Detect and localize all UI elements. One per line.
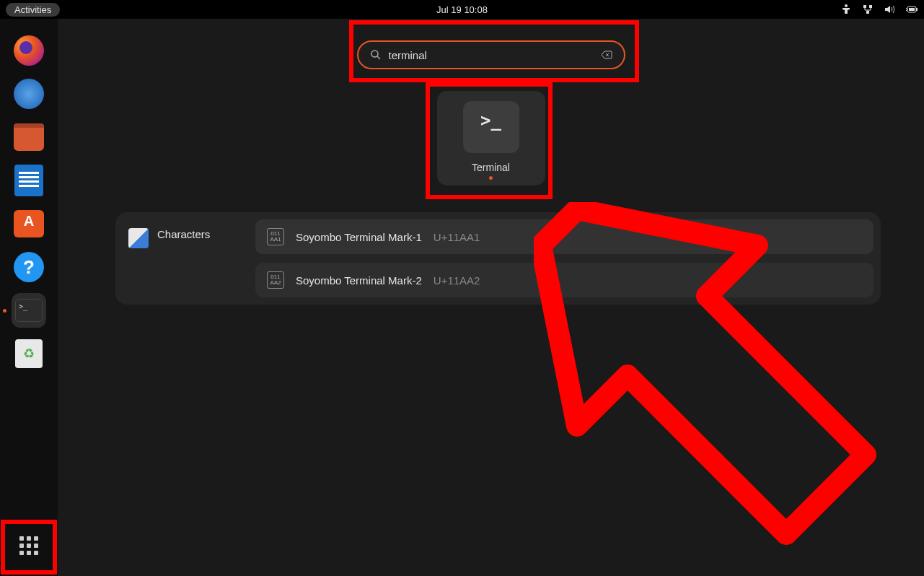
dock-item-software[interactable] (12, 206, 46, 241)
app-result-label: Terminal (472, 162, 510, 173)
firefox-icon (14, 35, 44, 66)
show-applications-button[interactable] (12, 528, 46, 563)
character-glyph-icon: 011AA1 (267, 228, 284, 245)
dock-item-thunderbird[interactable] (12, 77, 46, 111)
characters-icon (128, 228, 149, 248)
svg-point-0 (845, 4, 848, 7)
search-bar[interactable] (357, 40, 625, 69)
character-name: Soyombo Terminal Mark-1 (296, 231, 422, 243)
running-indicator (489, 176, 493, 180)
terminal-app-icon: >_ (463, 101, 519, 153)
trash-icon (15, 339, 43, 368)
svg-rect-6 (916, 8, 918, 11)
activities-overview: >_ Terminal Characters 011AA1 Soyombo Te… (58, 19, 924, 576)
clock[interactable]: Jul 19 10:08 (436, 4, 488, 15)
dock-item-files[interactable] (12, 120, 46, 154)
ubuntu-software-icon (14, 210, 44, 237)
svg-rect-2 (869, 5, 872, 8)
character-result-row[interactable]: 011AA2 Soyombo Terminal Mark-2 U+11AA2 (255, 263, 874, 297)
help-icon: ? (14, 252, 44, 282)
volume-icon (884, 4, 895, 15)
characters-provider-label: Characters (157, 228, 210, 240)
svg-point-7 (371, 51, 378, 57)
libreoffice-writer-icon (14, 165, 43, 196)
dock-item-trash[interactable] (12, 336, 46, 371)
search-input[interactable] (389, 49, 594, 61)
svg-rect-3 (866, 11, 869, 14)
dock-item-terminal[interactable]: >_ (12, 293, 46, 328)
backspace-clear-icon[interactable] (601, 49, 612, 61)
app-result-terminal[interactable]: >_ Terminal (437, 91, 545, 186)
character-name: Soyombo Terminal Mark-2 (296, 274, 422, 287)
dock-item-help[interactable]: ? (12, 250, 46, 284)
character-codepoint: U+11AA1 (434, 231, 480, 243)
svg-line-8 (377, 56, 380, 59)
battery-icon (905, 4, 918, 15)
top-bar: Activities Jul 19 10:08 (0, 0, 924, 19)
status-area[interactable] (840, 4, 918, 15)
characters-results-panel: Characters 011AA1 Soyombo Terminal Mark-… (115, 212, 881, 305)
activities-button[interactable]: Activities (6, 3, 60, 17)
dock-item-firefox[interactable] (12, 33, 46, 68)
character-codepoint: U+11AA2 (434, 274, 480, 287)
thunderbird-icon (14, 79, 44, 109)
apps-grid-icon (19, 536, 38, 555)
svg-rect-1 (863, 5, 866, 8)
terminal-icon: >_ (15, 299, 43, 322)
accessibility-icon (840, 4, 852, 15)
svg-rect-5 (909, 8, 915, 11)
dock: ? >_ (0, 19, 58, 576)
search-icon (370, 49, 382, 61)
network-icon (862, 4, 874, 15)
files-icon (14, 123, 44, 151)
character-result-row[interactable]: 011AA1 Soyombo Terminal Mark-1 U+11AA1 (255, 219, 874, 254)
character-glyph-icon: 011AA2 (267, 271, 284, 289)
characters-provider[interactable]: Characters (123, 219, 250, 297)
dock-item-writer[interactable] (12, 163, 46, 198)
